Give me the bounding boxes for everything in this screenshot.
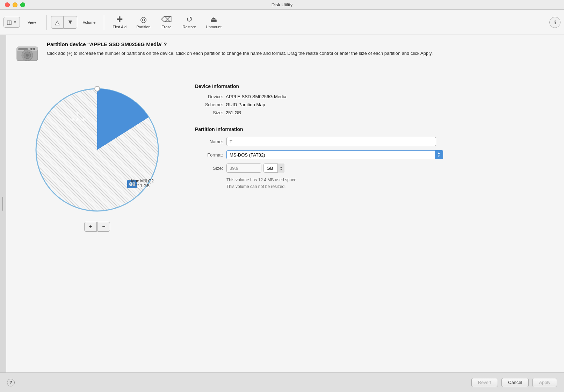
first-aid-button[interactable]: ✚ First Aid: [108, 14, 131, 31]
format-form-label: Format:: [195, 152, 223, 158]
svg-point-11: [95, 86, 100, 91]
partition-t-label: T 39.9 GB: [69, 111, 86, 122]
volume-remove-icon: ▼: [67, 19, 73, 26]
panel: Partition device “APPLE SSD SM0256G Medi…: [6, 35, 564, 372]
pie-controls: + −: [84, 222, 110, 232]
toolbar-separator-1: [46, 15, 47, 30]
remove-partition-button[interactable]: −: [97, 222, 110, 232]
view-label-btn: View: [21, 18, 42, 27]
fullscreen-button[interactable]: [20, 2, 25, 7]
minimize-button[interactable]: [13, 2, 17, 7]
header-description: Click add (+) to increase the number of …: [47, 50, 556, 57]
toolbar-separator-2: [104, 15, 104, 30]
header-text: Partition device “APPLE SSD SM0256G Medi…: [47, 41, 556, 57]
size-value: 251 GB: [226, 110, 241, 115]
first-aid-icon: ✚: [116, 16, 123, 23]
device-label: Device:: [195, 94, 223, 99]
size-note: This volume has 12.4 MB used space. This…: [226, 177, 554, 190]
partition-mac-name: Mac MJLQ2: [131, 179, 154, 183]
restore-button[interactable]: ↺ Restore: [179, 14, 201, 31]
content-area: T 39.9 GB Mac MJLQ2 211 GB + − Devi: [6, 73, 564, 372]
unmount-label: Unmount: [206, 25, 222, 29]
partition-button[interactable]: ◎ Partition: [132, 14, 154, 31]
chart-area: T 39.9 GB Mac MJLQ2 211 GB + −: [6, 80, 188, 365]
partition-mac-size: 211 GB: [131, 183, 154, 188]
view-label: View: [28, 20, 36, 24]
hdd-svg: [15, 42, 39, 66]
scheme-label: Scheme:: [195, 102, 223, 107]
size-form-row: Size: GB TB MB ▲ ▼: [195, 164, 554, 173]
partition-info-title: Partition Information: [195, 126, 554, 132]
name-form-label: Name:: [195, 139, 223, 144]
volume-label: Volume: [83, 20, 96, 24]
restore-icon: ↺: [186, 16, 193, 23]
traffic-lights: [5, 2, 25, 7]
partition-t-size: 39.9 GB: [69, 117, 86, 122]
size-label: Size:: [195, 110, 223, 115]
volume-add-icon: △: [55, 19, 60, 26]
size-row: Size: 251 GB: [195, 110, 554, 115]
format-select[interactable]: MS-DOS (FAT32) Mac OS Extended (Journale…: [226, 150, 443, 159]
name-input[interactable]: [226, 137, 436, 146]
unit-wrapper: GB TB MB ▲ ▼: [263, 164, 284, 173]
pie-chart: T 39.9 GB Mac MJLQ2 211 GB: [31, 84, 164, 216]
unmount-icon: ⏏: [210, 16, 217, 23]
title-bar: Disk Utility: [0, 0, 564, 10]
view-button[interactable]: ◫ ▼: [3, 17, 20, 28]
apply-button[interactable]: Apply: [532, 378, 557, 387]
window-title: Disk Utility: [272, 2, 293, 7]
svg-point-6: [33, 48, 35, 50]
pie-chart-svg: [31, 84, 164, 216]
toolbar: ◫ ▼ View △ ▼ Volume ✚ First Aid ◎ Partit…: [0, 10, 564, 35]
add-partition-button[interactable]: +: [84, 222, 97, 232]
view-icon: ◫: [7, 19, 12, 26]
erase-label: Erase: [161, 25, 172, 29]
svg-point-4: [26, 54, 29, 57]
sidebar-handle[interactable]: [2, 197, 3, 211]
partition-label: Partition: [136, 25, 150, 29]
unit-select[interactable]: GB TB MB: [263, 164, 284, 173]
erase-icon: ⌫: [161, 16, 172, 23]
size-input[interactable]: [226, 164, 261, 173]
partition-icon: ◎: [140, 16, 147, 23]
drive-icon: [15, 41, 40, 66]
main-content: Partition device “APPLE SSD SM0256G Medi…: [0, 35, 564, 372]
volume-group: △ ▼: [51, 16, 77, 29]
close-button[interactable]: [5, 2, 10, 7]
first-aid-label: First Aid: [113, 25, 126, 29]
scheme-row: Scheme: GUID Partition Map: [195, 102, 554, 107]
help-icon: ?: [9, 380, 12, 385]
size-input-group: GB TB MB ▲ ▼: [226, 164, 284, 173]
svg-rect-5: [18, 48, 28, 50]
volume-remove-button[interactable]: ▼: [63, 16, 77, 29]
partition-t-name: T: [69, 111, 86, 117]
sidebar: [0, 35, 6, 372]
view-chevron-icon: ▼: [13, 20, 17, 24]
device-row: Device: APPLE SSD SM0256G Media: [195, 94, 554, 99]
size-note-line2: This volume can not be resized.: [226, 183, 554, 190]
svg-point-7: [30, 48, 32, 50]
erase-button[interactable]: ⌫ Erase: [156, 14, 177, 31]
format-form-row: Format: MS-DOS (FAT32) Mac OS Extended (…: [195, 150, 554, 159]
device-info-title: Device Information: [195, 84, 554, 89]
scheme-value: GUID Partition Map: [226, 102, 265, 107]
device-value: APPLE SSD SM0256G Media: [226, 94, 286, 99]
revert-button[interactable]: Revert: [471, 378, 498, 387]
name-form-row: Name:: [195, 137, 554, 146]
info-icon: ℹ: [554, 20, 556, 25]
volume-label-btn: Volume: [79, 18, 100, 27]
header-title: Partition device “APPLE SSD SM0256G Medi…: [47, 41, 556, 47]
cancel-button[interactable]: Cancel: [501, 378, 529, 387]
size-form-label: Size:: [195, 166, 223, 171]
volume-add-button[interactable]: △: [51, 16, 63, 29]
unmount-button[interactable]: ⏏ Unmount: [202, 14, 226, 31]
help-button[interactable]: ?: [7, 379, 15, 386]
restore-label: Restore: [183, 25, 196, 29]
bottom-bar: ? Revert Cancel Apply: [0, 372, 564, 392]
info-panel: Device Information Device: APPLE SSD SM0…: [188, 80, 564, 365]
info-button[interactable]: ℹ: [549, 17, 561, 28]
partition-mac-label: Mac MJLQ2 211 GB: [131, 179, 154, 188]
header-section: Partition device “APPLE SSD SM0256G Medi…: [6, 35, 564, 73]
size-note-line1: This volume has 12.4 MB used space.: [226, 177, 554, 183]
